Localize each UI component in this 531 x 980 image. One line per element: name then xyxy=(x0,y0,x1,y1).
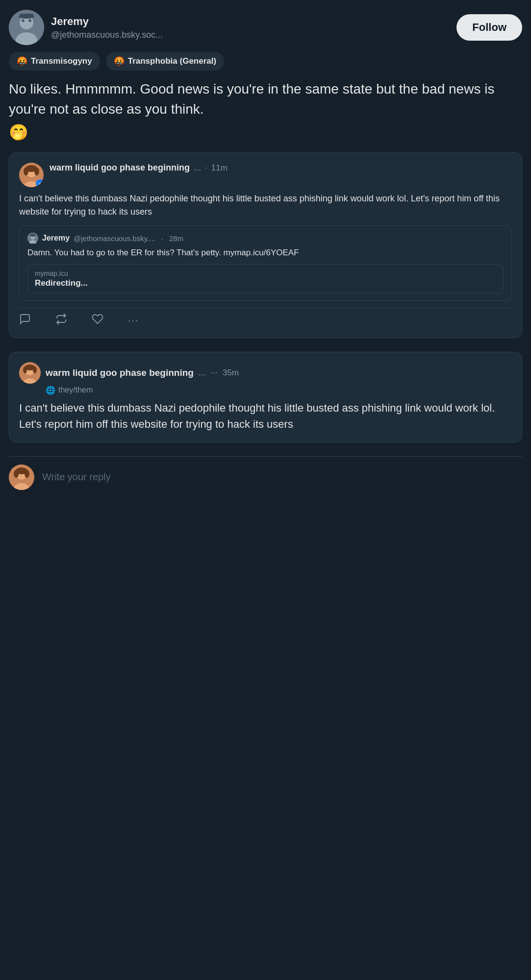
nested-avatar xyxy=(27,233,38,244)
svg-point-3 xyxy=(22,19,25,22)
quote-actions: ··· xyxy=(19,308,512,328)
plus-badge: + xyxy=(36,179,44,187)
svg-point-27 xyxy=(14,470,19,478)
repost-icon[interactable] xyxy=(55,313,67,328)
reply-author-avatar xyxy=(19,362,41,384)
pronouns-text: they/them xyxy=(58,386,93,394)
tag-label-1: Transphobia (General) xyxy=(128,56,216,66)
tag-label-0: Transmisogyny xyxy=(31,56,92,66)
svg-point-11 xyxy=(24,168,28,175)
quote-card: + warm liquid goo phase beginning ... · … xyxy=(9,152,522,338)
svg-point-21 xyxy=(23,367,27,373)
svg-point-28 xyxy=(25,470,29,478)
reply-card: warm liquid goo phase beginning ... ··· … xyxy=(9,352,522,442)
svg-point-12 xyxy=(34,168,39,175)
reply-ellipsis: ... xyxy=(199,368,206,378)
quote-body: I can't believe this dumbass Nazi pedoph… xyxy=(19,192,512,219)
author-handle: @jethomascuous.bsky.soc... xyxy=(51,30,163,40)
reply-pronouns: 🌐 they/them xyxy=(46,386,512,395)
main-post-text: No likes. Hmmmmm. Good news is you're in… xyxy=(9,79,522,119)
svg-point-4 xyxy=(28,19,31,22)
quote-author-avatar: + xyxy=(19,163,44,187)
reply-author-name: warm liquid goo phase beginning xyxy=(46,368,194,378)
quote-time-value: 11m xyxy=(211,163,228,173)
nested-quote: Jeremy @jethomascuous.bsky.... · 28m Dam… xyxy=(19,225,512,301)
comment-icon[interactable] xyxy=(19,313,31,328)
tags-row: 🤬 Transmisogyny 🤬 Transphobia (General) xyxy=(9,52,522,71)
reply-separator: ··· xyxy=(211,368,218,378)
nested-handle: @jethomascuous.bsky.... xyxy=(74,234,155,243)
page-container: Jeremy @jethomascuous.bsky.soc... Follow… xyxy=(0,0,531,980)
quote-ellipsis: ... xyxy=(194,163,201,173)
main-post-emoji: 🤭 xyxy=(9,123,522,142)
quote-author-name: warm liquid goo phase beginning xyxy=(50,163,190,173)
quote-header: + warm liquid goo phase beginning ... · … xyxy=(19,163,512,187)
author-name: Jeremy xyxy=(51,15,163,28)
nested-time: · xyxy=(161,234,163,243)
reply-time: 35m xyxy=(223,368,239,378)
follow-button[interactable]: Follow xyxy=(456,14,522,41)
link-preview[interactable]: mymap.icu Redirecting... xyxy=(27,264,504,294)
write-reply-input[interactable]: Write your reply xyxy=(42,471,522,483)
link-preview-url: mymap.icu xyxy=(35,270,496,277)
tag-emoji-0: 🤬 xyxy=(17,56,27,67)
author-avatar xyxy=(9,10,44,45)
link-preview-title: Redirecting... xyxy=(35,278,496,288)
quote-time: · xyxy=(205,163,207,173)
quote-author-line: warm liquid goo phase beginning ... · 11… xyxy=(50,163,512,173)
tag-emoji-1: 🤬 xyxy=(114,56,125,67)
like-icon[interactable] xyxy=(92,313,103,328)
svg-point-16 xyxy=(30,234,36,237)
svg-point-22 xyxy=(33,367,37,373)
tag-transmisogyny[interactable]: 🤬 Transmisogyny xyxy=(9,52,100,71)
author-info: Jeremy @jethomascuous.bsky.soc... xyxy=(9,10,163,45)
nested-author-name: Jeremy xyxy=(42,234,70,243)
nested-body: Damn. You had to go to the ER for this? … xyxy=(27,246,504,259)
more-icon[interactable]: ··· xyxy=(128,315,139,326)
post-header: Jeremy @jethomascuous.bsky.soc... Follow xyxy=(9,10,522,45)
reply-body: I can't believe this dumbass Nazi pedoph… xyxy=(19,400,512,432)
author-text: Jeremy @jethomascuous.bsky.soc... xyxy=(51,15,163,40)
tag-transphobia[interactable]: 🤬 Transphobia (General) xyxy=(106,52,224,71)
nested-time-value: 28m xyxy=(169,234,183,243)
svg-rect-6 xyxy=(20,14,33,18)
main-post: No likes. Hmmmmm. Good news is you're in… xyxy=(9,79,522,142)
pronouns-globe-icon: 🌐 xyxy=(46,386,55,395)
reply-header: warm liquid goo phase beginning ... ··· … xyxy=(19,362,512,384)
write-reply-avatar xyxy=(9,465,34,490)
write-reply-bar: Write your reply xyxy=(9,456,522,498)
nested-quote-header: Jeremy @jethomascuous.bsky.... · 28m xyxy=(27,233,504,244)
